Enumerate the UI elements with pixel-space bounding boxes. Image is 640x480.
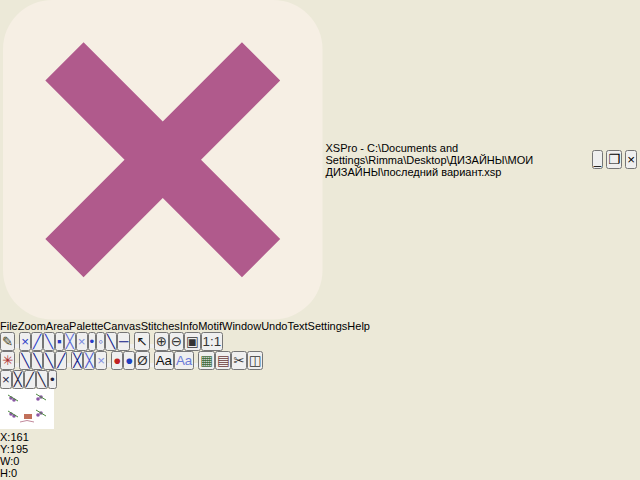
menu-item[interactable]: File: [0, 320, 18, 332]
x-value: 161: [10, 431, 28, 443]
zoom-window-button[interactable]: ▣: [184, 332, 201, 351]
palette-view-button[interactable]: ▤: [215, 351, 232, 370]
zoom-out-button[interactable]: ⊖: [169, 332, 184, 351]
thread-color-button[interactable]: ●: [111, 351, 123, 370]
backstitch-thin-tool[interactable]: ╲: [19, 351, 31, 370]
minimize-button[interactable]: _: [592, 150, 603, 169]
toolbar-row-1: ✎×╱╲▪╳×•◦╲─↖⊕⊖▣1:1: [0, 332, 640, 351]
menu-item[interactable]: Canvas: [103, 320, 140, 332]
pattern-preview-thumbnail: [0, 389, 54, 429]
y-value: 195: [10, 443, 28, 455]
y-label: Y:: [0, 443, 10, 455]
full-cross-stitch-tool[interactable]: ×: [19, 332, 31, 351]
menu-item[interactable]: Undo: [261, 320, 287, 332]
work-area: ×╳╱╲• X:1: [0, 370, 640, 480]
menu-item[interactable]: Motif: [198, 320, 222, 332]
cut-button[interactable]: ✂: [231, 351, 246, 370]
no-color-button[interactable]: Ø: [135, 351, 149, 370]
font-button[interactable]: Aa: [154, 351, 174, 370]
cross-variant-c-tool[interactable]: ×: [95, 351, 107, 370]
xspro-window: XSPro - C:\Documents and Settings\Rimma\…: [0, 0, 640, 480]
fabric-color-button[interactable]: ●: [123, 351, 135, 370]
stitch-tool-strip: ×╳╱╲•: [0, 370, 640, 389]
menu-item[interactable]: Settings: [308, 320, 348, 332]
menu-item[interactable]: Area: [46, 320, 69, 332]
stitch-large-x-tool[interactable]: ╳: [12, 370, 24, 389]
backstitch-med-tool[interactable]: ╲: [31, 351, 43, 370]
coordinates-panel: X:161 Y:195 W:0 H:0: [0, 431, 640, 479]
menubar: FileZoomAreaPaletteCanvasStitchesInfoMot…: [0, 320, 640, 332]
three-quarter-stitch-tool[interactable]: ╳: [64, 332, 76, 351]
maximize-button[interactable]: ❐: [606, 150, 622, 169]
longstitch-tool[interactable]: ─: [117, 332, 130, 351]
zoom-in-button[interactable]: ⊕: [154, 332, 169, 351]
menu-item[interactable]: Zoom: [18, 320, 46, 332]
menu-item[interactable]: Palette: [69, 320, 103, 332]
h-value: 0: [11, 467, 17, 479]
menu-item[interactable]: Help: [347, 320, 370, 332]
titlebar: XSPro - C:\Documents and Settings\Rimma\…: [0, 0, 640, 320]
backstitch-diag-tool[interactable]: ╱: [55, 351, 67, 370]
bead-tool[interactable]: ◦: [96, 332, 105, 351]
w-value: 0: [13, 455, 19, 467]
h-label: H:: [0, 467, 11, 479]
half-cross-nw-tool[interactable]: ╲: [43, 332, 55, 351]
pattern-preview[interactable]: [0, 389, 640, 431]
x-label: X:: [0, 431, 10, 443]
close-button[interactable]: ×: [625, 150, 637, 169]
font-color-button[interactable]: Aa: [174, 351, 194, 370]
toolbar-row-2: ✳╲╲╲╱╳╳×●●ØAaAa▦▤✂◫: [0, 351, 640, 370]
pencil-tool[interactable]: ✎: [0, 332, 15, 351]
cross-variant-a-tool[interactable]: ╳: [71, 351, 83, 370]
stitch-back-tool[interactable]: ╲: [36, 370, 48, 389]
stitch-dot-tool[interactable]: •: [48, 370, 57, 389]
zoom-100-button[interactable]: 1:1: [201, 332, 224, 351]
grid-toggle-button[interactable]: ▦: [198, 351, 215, 370]
french-knot-tool[interactable]: •: [88, 332, 97, 351]
special-stitch-tool[interactable]: ✳: [0, 351, 15, 370]
menu-item[interactable]: Stitches: [141, 320, 180, 332]
menu-item[interactable]: Window: [222, 320, 261, 332]
backstitch-thick-tool[interactable]: ╲: [43, 351, 55, 370]
app-icon: [3, 0, 323, 320]
select-arrow-tool[interactable]: ↖: [134, 332, 149, 351]
menu-item[interactable]: Info: [180, 320, 198, 332]
info-panel-button[interactable]: ◫: [247, 351, 264, 370]
left-panel: ×╳╱╲• X:1: [0, 370, 640, 480]
backstitch-tool[interactable]: ╲: [105, 332, 117, 351]
cross-variant-b-tool[interactable]: ╳: [83, 351, 95, 370]
window-title: XSPro - C:\Documents and Settings\Rimma\…: [326, 142, 589, 178]
half-cross-ne-tool[interactable]: ╱: [31, 332, 43, 351]
stitch-half-tool[interactable]: ╱: [24, 370, 36, 389]
petite-stitch-tool[interactable]: ×: [76, 332, 88, 351]
menu-item[interactable]: Text: [287, 320, 307, 332]
quarter-stitch-tool[interactable]: ▪: [55, 332, 64, 351]
stitch-small-x-tool[interactable]: ×: [0, 370, 12, 389]
w-label: W:: [0, 455, 13, 467]
